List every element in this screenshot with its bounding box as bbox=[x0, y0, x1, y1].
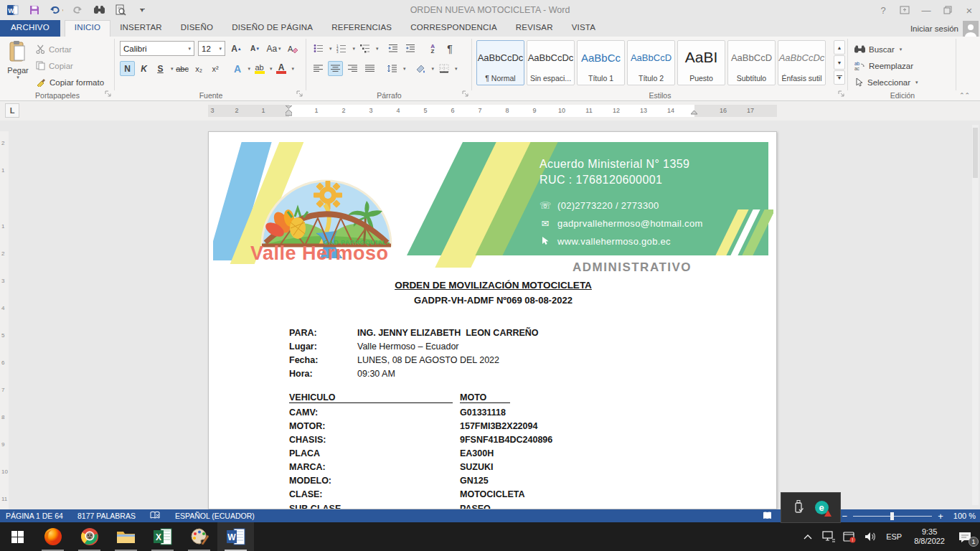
help-icon[interactable]: ? bbox=[872, 0, 894, 20]
right-indent-marker-icon[interactable] bbox=[691, 108, 697, 119]
zoom-level[interactable]: 100 % bbox=[953, 512, 976, 520]
italic-button[interactable]: K bbox=[136, 61, 151, 76]
tab-archivo[interactable]: ARCHIVO bbox=[0, 20, 60, 37]
save-icon[interactable] bbox=[27, 3, 42, 17]
style-sin-espaciado[interactable]: AaBbCcDcSin espaci... bbox=[527, 40, 575, 85]
horizontal-ruler[interactable]: 3 2 1 1 2 3 4 5 6 7 8 9 10 11 12 13 14 1… bbox=[208, 105, 777, 117]
format-painter-button[interactable]: Copiar formato bbox=[36, 75, 104, 90]
taskbar-firefox[interactable] bbox=[34, 522, 71, 551]
align-center-button[interactable] bbox=[328, 61, 343, 76]
zoom-slider-thumb[interactable] bbox=[890, 512, 894, 520]
decrease-indent-button[interactable] bbox=[386, 41, 401, 56]
bullets-dropdown[interactable]: ▾ bbox=[329, 46, 332, 52]
read-mode-icon[interactable] bbox=[763, 512, 772, 521]
numbering-dropdown[interactable]: ▾ bbox=[353, 46, 356, 52]
find-icon[interactable] bbox=[92, 3, 106, 17]
paste-button[interactable]: Pegar ▾ bbox=[4, 40, 32, 89]
word-count[interactable]: 8177 PALABRAS bbox=[77, 512, 136, 520]
style-puesto[interactable]: AaBIPuesto bbox=[677, 40, 725, 85]
tab-diseno-pagina[interactable]: DISEÑO DE PÁGINA bbox=[222, 20, 322, 37]
font-color-button[interactable]: A bbox=[274, 61, 289, 76]
keyboard-language[interactable]: ESP bbox=[883, 532, 905, 541]
shading-button[interactable] bbox=[413, 61, 428, 76]
increase-indent-button[interactable] bbox=[403, 41, 418, 56]
paragraph-dialog-launcher-icon[interactable] bbox=[462, 90, 470, 98]
borders-button[interactable] bbox=[436, 61, 451, 76]
start-button[interactable] bbox=[0, 522, 34, 551]
styles-gallery-more-icon[interactable]: ▼ bbox=[834, 70, 845, 85]
justify-button[interactable] bbox=[362, 61, 377, 76]
zoom-slider[interactable] bbox=[853, 516, 932, 517]
security-alert-icon[interactable]: ! bbox=[842, 522, 857, 551]
taskbar-chrome[interactable] bbox=[71, 522, 108, 551]
bold-button[interactable]: N bbox=[120, 61, 135, 76]
vertical-ruler[interactable]: 2 1 1 2 3 4 5 6 7 8 9 10 11 bbox=[0, 131, 9, 509]
taskbar-excel[interactable]: X bbox=[144, 522, 181, 551]
minimize-icon[interactable]: — bbox=[915, 0, 937, 20]
tab-correspondencia[interactable]: CORRESPONDENCIA bbox=[401, 20, 507, 37]
collapse-ribbon-icon[interactable]: ⌃⌃ bbox=[959, 92, 970, 99]
select-dropdown[interactable]: ▾ bbox=[915, 80, 918, 85]
underline-button[interactable]: S bbox=[153, 61, 168, 76]
language-indicator[interactable]: ESPAÑOL (ECUADOR) bbox=[175, 512, 255, 520]
tab-stop-selector[interactable]: L bbox=[5, 103, 19, 118]
grow-font-button[interactable]: A▲ bbox=[229, 41, 244, 56]
highlight-button[interactable]: ab bbox=[252, 61, 267, 76]
usb-icon[interactable] bbox=[793, 499, 804, 517]
multilevel-dropdown[interactable]: ▾ bbox=[376, 46, 379, 52]
find-button[interactable]: Buscar▾ bbox=[854, 42, 918, 57]
close-icon[interactable]: × bbox=[958, 0, 980, 20]
underline-dropdown[interactable]: ▾ bbox=[171, 66, 174, 72]
tab-revisar[interactable]: REVISAR bbox=[507, 20, 562, 37]
strikethrough-button[interactable]: abc bbox=[175, 61, 190, 76]
shading-dropdown[interactable]: ▾ bbox=[432, 66, 435, 72]
antivirus-icon[interactable]: e bbox=[815, 501, 829, 514]
tab-inicio[interactable]: INICIO bbox=[65, 20, 110, 37]
vertical-scrollbar[interactable] bbox=[972, 125, 979, 505]
avatar-icon[interactable] bbox=[963, 21, 979, 37]
style-titulo-2[interactable]: AaBbCcDTítulo 2 bbox=[627, 40, 675, 85]
redo-icon[interactable] bbox=[70, 3, 85, 17]
document-area[interactable]: Valle Hermoso GAD PARROQUIAL Acuerdo Min… bbox=[0, 121, 980, 509]
subscript-button[interactable]: x₂ bbox=[192, 61, 207, 76]
notification-center-icon[interactable]: 1 bbox=[954, 522, 976, 551]
tab-diseno[interactable]: DISEÑO bbox=[171, 20, 222, 37]
font-dialog-launcher-icon[interactable] bbox=[296, 90, 304, 98]
style-titulo-1[interactable]: AaBbCcTítulo 1 bbox=[577, 40, 625, 85]
copy-button[interactable]: Copiar bbox=[36, 58, 104, 73]
restore-icon[interactable] bbox=[937, 0, 958, 20]
zoom-out-button[interactable]: − bbox=[842, 511, 848, 522]
show-marks-button[interactable]: ¶ bbox=[443, 41, 458, 56]
select-button[interactable]: Seleccionar▾ bbox=[854, 75, 918, 90]
proofing-icon[interactable] bbox=[150, 511, 161, 521]
styles-scroll-down-icon[interactable]: ▼ bbox=[834, 55, 845, 70]
network-icon[interactable] bbox=[821, 522, 837, 551]
volume-icon[interactable] bbox=[862, 522, 878, 551]
style-subtitulo[interactable]: AaBbCcDSubtítulo bbox=[727, 40, 776, 85]
style-normal[interactable]: AaBbCcDc¶ Normal bbox=[476, 40, 524, 85]
styles-dialog-launcher-icon[interactable] bbox=[838, 90, 846, 98]
align-right-button[interactable] bbox=[345, 61, 360, 76]
line-spacing-button[interactable] bbox=[385, 61, 400, 76]
sign-in[interactable]: Iniciar sesión bbox=[910, 20, 979, 37]
indent-marker-icon[interactable] bbox=[286, 105, 292, 116]
bullets-button[interactable] bbox=[311, 41, 326, 56]
print-preview-icon[interactable] bbox=[113, 3, 128, 17]
page-indicator[interactable]: PÁGINA 1 DE 64 bbox=[6, 512, 63, 520]
font-name-select[interactable]: Calibri▾ bbox=[120, 41, 194, 56]
text-effects-button[interactable]: A bbox=[230, 61, 245, 76]
cut-button[interactable]: Cortar bbox=[36, 42, 104, 57]
qat-customize-icon[interactable]: ▾ bbox=[135, 3, 149, 17]
scrollbar-thumb[interactable] bbox=[973, 128, 978, 178]
tab-referencias[interactable]: REFERENCIAS bbox=[322, 20, 401, 37]
undo-icon[interactable]: ▾ bbox=[49, 3, 63, 17]
change-case-button[interactable]: Aa▾ bbox=[266, 41, 281, 56]
clock[interactable]: 9:358/8/2022 bbox=[910, 527, 949, 546]
multilevel-list-button[interactable] bbox=[357, 41, 372, 56]
shrink-font-button[interactable]: A▼ bbox=[248, 41, 263, 56]
zoom-in-button[interactable]: + bbox=[938, 511, 943, 522]
line-spacing-dropdown[interactable]: ▾ bbox=[403, 66, 406, 72]
tray-chevron-icon[interactable] bbox=[800, 522, 816, 551]
replace-button[interactable]: abac Reemplazar bbox=[854, 58, 918, 73]
find-dropdown[interactable]: ▾ bbox=[900, 47, 903, 52]
